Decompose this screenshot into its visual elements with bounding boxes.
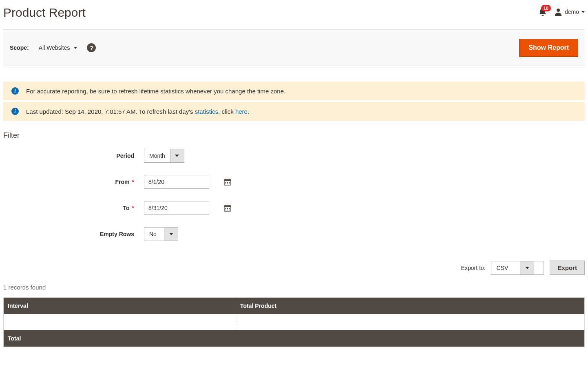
scope-bar: Scope: All Websites ? Show Report [3, 29, 585, 66]
records-found: 1 records found [3, 284, 585, 291]
header-actions: 10 demo [539, 6, 585, 16]
col-total-product[interactable]: Total Product [236, 298, 585, 314]
help-icon[interactable]: ? [87, 43, 96, 52]
scope-left: Scope: All Websites ? [10, 43, 96, 52]
scope-selected: All Websites [39, 44, 70, 51]
report-table: Interval Total Product Total [3, 297, 585, 347]
svg-rect-18 [225, 210, 226, 210]
svg-rect-4 [229, 179, 230, 180]
chevron-down-icon [74, 47, 77, 49]
svg-rect-14 [229, 205, 230, 206]
from-date-field [144, 175, 209, 189]
chevron-down-icon [170, 149, 184, 162]
svg-point-0 [557, 9, 560, 12]
col-interval[interactable]: Interval [4, 298, 236, 314]
empty-rows-label: Empty Rows [3, 231, 144, 237]
export-button[interactable]: Export [550, 261, 585, 275]
messages: i For accurate reporting, be sure to ref… [3, 82, 585, 121]
period-value: Month [144, 149, 170, 162]
info-icon: i [11, 108, 19, 115]
info-icon: i [11, 87, 19, 95]
calendar-button[interactable] [224, 175, 231, 188]
calendar-icon [224, 178, 231, 186]
svg-rect-3 [225, 179, 226, 180]
period-label: Period [3, 153, 144, 159]
show-report-button[interactable]: Show Report [519, 39, 578, 57]
statistics-link[interactable]: statistics [195, 108, 219, 115]
from-date-input[interactable] [144, 175, 224, 188]
svg-rect-12 [224, 206, 231, 207]
from-label: From* [3, 179, 144, 185]
user-icon [554, 8, 562, 16]
empty-rows-select[interactable]: No [144, 227, 178, 241]
svg-rect-9 [227, 183, 228, 184]
cell-interval [4, 314, 236, 330]
user-label: demo [565, 9, 579, 15]
message-last-updated: i Last updated: Sep 14, 2020, 7:01:57 AM… [3, 102, 585, 121]
export-row: Export to: CSV Export [3, 261, 585, 275]
svg-rect-15 [225, 208, 226, 209]
filter-row-from: From* [3, 175, 585, 189]
calendar-button[interactable] [224, 201, 231, 214]
filter-row-empty-rows: Empty Rows No [3, 227, 585, 241]
period-select[interactable]: Month [144, 149, 184, 163]
table-footer-row: Total [4, 330, 585, 347]
page-title: Product Report [3, 6, 86, 20]
footer-label: Total [4, 330, 236, 347]
filter-section-title: Filter [3, 131, 585, 140]
svg-rect-17 [229, 208, 230, 209]
footer-total [236, 330, 585, 347]
scope-select[interactable]: All Websites [39, 44, 77, 51]
cell-total-product [236, 314, 585, 330]
calendar-icon [224, 204, 231, 212]
chevron-down-icon [581, 11, 585, 13]
scope-label: Scope: [10, 44, 29, 51]
table-header-row: Interval Total Product [4, 298, 585, 314]
notification-badge: 10 [541, 5, 551, 11]
to-date-input[interactable] [144, 201, 224, 214]
required-star: * [132, 205, 134, 211]
to-label: To* [3, 205, 144, 211]
table-row [4, 314, 585, 330]
message-text: For accurate reporting, be sure to refre… [26, 88, 285, 95]
page-header: Product Report 10 demo [3, 0, 585, 29]
svg-rect-16 [227, 208, 228, 209]
message-text: Last updated: Sep 14, 2020, 7:01:57 AM. … [26, 108, 249, 115]
svg-rect-20 [229, 210, 230, 210]
export-label: Export to: [461, 265, 486, 271]
filter-row-to: To* [3, 201, 585, 215]
svg-rect-6 [227, 182, 228, 183]
svg-rect-8 [225, 183, 226, 184]
message-timezone: i For accurate reporting, be sure to ref… [3, 82, 585, 100]
chevron-down-icon [520, 261, 534, 274]
svg-rect-19 [227, 210, 228, 210]
svg-rect-13 [225, 205, 226, 206]
filter-row-period: Period Month [3, 149, 585, 163]
chevron-down-icon [164, 228, 178, 241]
export-format-value: CSV [491, 261, 520, 274]
export-format-select[interactable]: CSV [491, 261, 544, 275]
notifications-button[interactable]: 10 [539, 7, 547, 16]
empty-rows-value: No [144, 228, 164, 241]
svg-rect-5 [225, 182, 226, 183]
svg-rect-7 [229, 182, 230, 183]
to-date-field [144, 201, 209, 215]
svg-rect-10 [229, 183, 230, 184]
user-menu[interactable]: demo [554, 8, 585, 16]
refresh-here-link[interactable]: here [235, 108, 248, 115]
required-star: * [132, 179, 134, 185]
svg-rect-2 [224, 179, 231, 181]
filter-form: Period Month From* [3, 149, 585, 241]
